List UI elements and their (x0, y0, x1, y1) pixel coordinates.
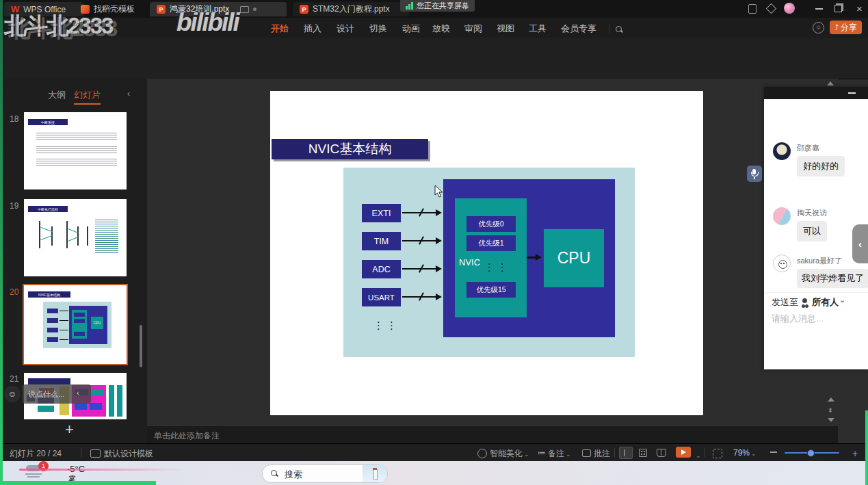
status-bar: 幻灯片 20 / 24 默认设计模板 智能美化 ≔ 备注 批注 79% + (0, 443, 868, 462)
previous-slide-icon[interactable] (828, 397, 834, 402)
comments-icon (582, 449, 591, 457)
search-highlight-image (363, 465, 387, 482)
menu-bar: ☰ ↶ ↷ 开始 插入 设计 切换 动画 放映 审阅 视图 工具 会员专享 ☺ … (0, 18, 868, 38)
chat-panel-header (764, 87, 868, 99)
minimize-button[interactable] (815, 8, 823, 10)
overlay-pink-line (19, 469, 187, 471)
comments-toggle[interactable]: 批注 (594, 448, 610, 460)
mic-overlay-button[interactable] (747, 166, 762, 182)
assistant-icon[interactable]: ☺ (813, 22, 824, 34)
menu-view[interactable]: 视图 (497, 23, 514, 35)
chat-minimize-button[interactable] (848, 92, 856, 94)
menu-transition[interactable]: 切换 (369, 23, 387, 35)
menu-animation[interactable]: 动画 (402, 23, 420, 35)
main-menu-icon[interactable]: ☰ (7, 23, 15, 34)
save-icon[interactable] (26, 25, 34, 33)
notes-toggle-icon: ≔ (538, 448, 546, 458)
audience-selector[interactable]: 所有人 (812, 296, 839, 309)
zoom-level[interactable]: 79% (733, 448, 757, 458)
chat-message: 可以 (797, 221, 827, 241)
nvic-diagram[interactable]: NVIC 优先级0 优先级1 ⋮ ⋮ 优先级15 CPU EXTI TIM (343, 168, 635, 357)
cube-workspace-icon[interactable] (766, 3, 777, 14)
account-avatar[interactable] (784, 3, 795, 14)
slideshow-play-button[interactable] (676, 447, 691, 458)
avatar (773, 254, 791, 272)
slide-counter: 幻灯片 20 / 24 (10, 448, 62, 460)
danmaku-input[interactable]: 说点什么... (23, 384, 91, 404)
thumb-title (28, 378, 70, 384)
slide-number: 19 (10, 201, 18, 211)
tab-label: WPS Office (23, 5, 66, 14)
template-icon (90, 449, 101, 458)
ribbon-toolbar: 格式刷 粘贴 ✂ 当页开始 + 新建幻灯片 版式 重置 节 A⁺ A⁻ B I … (0, 38, 868, 79)
tab-document-2[interactable]: P STM32入门教程.pptx (293, 2, 409, 16)
mouse-cursor (434, 185, 444, 198)
slide-thumbnail-18[interactable]: 中断系统 (24, 112, 127, 189)
tab-active-document[interactable]: P 鸿蒙32培训.pptx (150, 2, 287, 16)
tab-label: STM32入门教程.pptx (313, 3, 390, 15)
tab-wps-home[interactable]: W WPS Office (4, 2, 83, 16)
view-reading-button[interactable] (657, 449, 666, 457)
beautify-icon (477, 449, 487, 458)
screen-share-monitor-icon (240, 6, 249, 13)
capture-border-left (0, 0, 3, 485)
audience-chevron-icon[interactable]: ⌄ (839, 296, 845, 304)
design-template[interactable]: 默认设计模板 (104, 448, 153, 460)
smart-beautify-button[interactable]: 智能美化 (490, 448, 529, 460)
sidebar-scrollbar[interactable] (140, 325, 142, 367)
menu-slideshow[interactable]: 放映 (432, 23, 450, 35)
mobile-view-icon[interactable] (748, 4, 757, 14)
maximize-button[interactable] (834, 5, 842, 12)
notes-bar[interactable]: 单击此处添加备注 (147, 425, 838, 444)
emoji-icon[interactable]: ☺ (4, 386, 21, 402)
undo-icon[interactable]: ↶ (42, 23, 49, 33)
chat-collapse-handle[interactable]: ‹ (852, 224, 868, 263)
chat-username: sakura最好了 (797, 256, 842, 266)
avatar (773, 207, 791, 225)
danmaku-collapse-icon[interactable]: ‹ (77, 389, 79, 397)
menu-design[interactable]: 设计 (337, 23, 354, 35)
search-icon[interactable] (616, 26, 623, 34)
slide-thumbnail-20-selected[interactable]: NVIC基本结构 CPU (23, 284, 128, 365)
view-normal-button[interactable] (619, 447, 633, 459)
dots-icon: ⋮ (484, 264, 495, 271)
slide-number: 21 (10, 374, 18, 384)
slideshow-options-chevron[interactable] (694, 448, 701, 460)
zoom-out-button[interactable] (770, 451, 777, 453)
slide-thumbnail-19[interactable]: 中断执行流程 (24, 199, 127, 276)
chat-message-input[interactable]: 请输入消息... (772, 313, 824, 325)
slide-number: 18 (10, 114, 18, 124)
taskbar-search[interactable]: 搜索 (262, 464, 388, 483)
add-slide-button[interactable]: + (65, 421, 74, 438)
tab-slides[interactable]: 幻灯片 (74, 89, 101, 105)
danmaku-input-overlay: ☺ 说点什么... ‹ (4, 384, 93, 404)
collapse-sidebar-icon[interactable]: ‹ (127, 89, 130, 99)
source-box-tim: TIM (362, 232, 401, 250)
menu-home[interactable]: 开始 (271, 23, 289, 35)
redo-icon[interactable]: ↷ (57, 23, 64, 33)
next-slide-icon[interactable] (828, 418, 834, 422)
tab-label: 找稻壳模板 (94, 3, 135, 15)
zoom-in-button[interactable]: + (852, 448, 858, 459)
close-button[interactable]: × (856, 3, 863, 14)
search-placeholder: 搜索 (285, 469, 302, 481)
slide-title[interactable]: NVIC基本结构 (272, 139, 428, 159)
tab-docer[interactable]: 找稻壳模板 (74, 2, 150, 16)
zoom-slider-knob[interactable] (807, 449, 815, 457)
view-sorter-button[interactable] (639, 449, 647, 457)
chat-username: 掏天祝访 (797, 208, 827, 218)
menu-review[interactable]: 审阅 (464, 23, 482, 35)
menu-tools[interactable]: 工具 (529, 23, 547, 35)
slide-nav-icon[interactable]: ⬍ (828, 407, 833, 414)
menu-insert[interactable]: 插入 (304, 23, 321, 35)
fit-slide-icon[interactable] (713, 449, 722, 458)
nvic-to-cpu-arrow (527, 257, 540, 259)
menu-member[interactable]: 会员专享 (561, 23, 596, 35)
share-button[interactable]: ⤴ 分享 (830, 21, 862, 34)
dots-icon: ⋮ (497, 264, 508, 271)
slide-canvas[interactable]: NVIC基本结构 NVIC 优先级0 优先级1 ⋮ ⋮ 优先级15 CPU (270, 91, 703, 415)
tab-outline[interactable]: 大纲 (48, 89, 66, 101)
avatar (773, 142, 791, 160)
scroll-up-icon[interactable] (827, 81, 834, 86)
notes-toggle[interactable]: 备注 (548, 448, 571, 460)
